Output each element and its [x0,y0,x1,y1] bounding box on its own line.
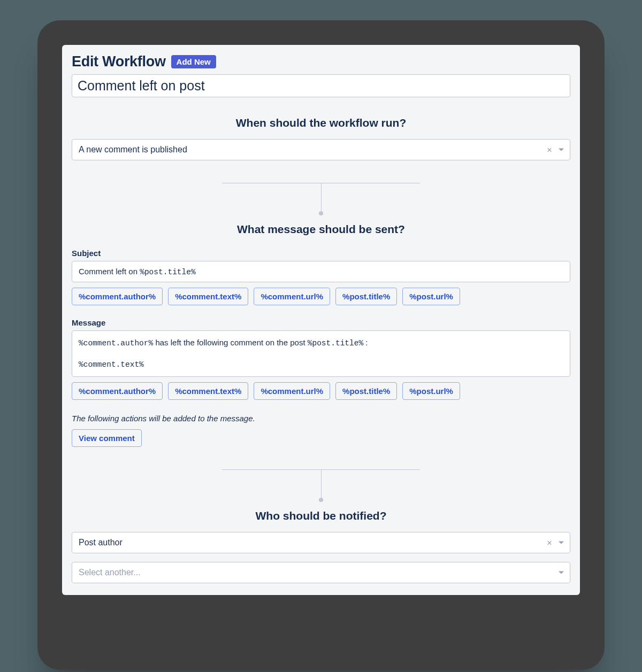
connector-2 [72,469,570,502]
subject-token-chips: %comment.author% %comment.text% %comment… [72,288,570,305]
outer-card: Edit Workflow Add New When should the wo… [37,20,605,670]
clear-recipient-icon[interactable]: × [545,537,554,549]
connector-line-2 [321,470,322,498]
connector-dot-2 [319,498,323,502]
token-chip-post-url[interactable]: %post.url% [402,288,460,305]
chevron-down-icon[interactable] [559,149,564,151]
token-chip-post-title-2[interactable]: %post.title% [335,382,397,400]
token-chip-comment-author[interactable]: %comment.author% [72,288,163,305]
recipient-select[interactable]: Post author [72,532,570,553]
token-chip-comment-url-2[interactable]: %comment.url% [254,382,330,400]
who-section-title: Who should be notified? [72,509,570,522]
message-token-chips: %comment.author% %comment.text% %comment… [72,382,570,400]
when-section-title: When should the workflow run? [72,117,570,129]
subject-block: Subject Comment left on %post.title% %co… [72,249,570,305]
page-title: Edit Workflow [72,53,166,70]
add-recipient-select-row: Select another... [72,562,570,583]
trigger-select-controls: × [545,144,566,156]
token-chip-comment-url[interactable]: %comment.url% [254,288,330,305]
chevron-down-icon-3[interactable] [559,571,564,574]
clear-trigger-icon[interactable]: × [545,144,554,156]
chevron-down-icon-2[interactable] [559,542,564,544]
token-chip-comment-text[interactable]: %comment.text% [168,288,248,305]
add-recipient-select[interactable]: Select another... [72,562,570,583]
connector-dot [319,211,323,215]
msg-token-text: %comment.text% [79,360,563,370]
msg-token-title: %post.title% [308,339,363,347]
token-chip-comment-author-2[interactable]: %comment.author% [72,382,163,400]
connector [72,183,570,215]
recipient-select-row: Post author × [72,532,570,553]
message-section-title: What message should be sent? [72,223,570,236]
add-new-badge[interactable]: Add New [171,55,216,68]
recipient-select-controls: × [545,537,566,549]
add-recipient-controls [556,571,566,574]
actions-note: The following actions will be added to t… [72,414,570,423]
subject-token: %post.title% [140,268,195,276]
msg-token-author: %comment.author% [79,339,153,347]
message-line-1: %comment.author% has left the following … [79,337,563,349]
token-chip-comment-text-2[interactable]: %comment.text% [168,382,248,400]
msg-text-tail: : [363,338,368,347]
subject-input[interactable]: Comment left on %post.title% [72,261,570,282]
view-comment-action[interactable]: View comment [72,429,142,447]
header-row: Edit Workflow Add New [72,53,570,70]
message-label: Message [72,318,570,327]
msg-text-mid: has left the following comment on the po… [153,338,308,347]
workflow-name-input[interactable] [72,74,570,97]
token-chip-post-url-2[interactable]: %post.url% [402,382,460,400]
subject-label: Subject [72,249,570,258]
workflow-panel: Edit Workflow Add New When should the wo… [62,45,580,595]
trigger-select-row: A new comment is published × [72,139,570,160]
connector-line [321,183,322,211]
token-chip-post-title[interactable]: %post.title% [335,288,397,305]
trigger-select[interactable]: A new comment is published [72,139,570,160]
message-input[interactable]: %comment.author% has left the following … [72,330,570,377]
subject-text-prefix: Comment left on [79,267,140,276]
message-block: Message %comment.author% has left the fo… [72,318,570,400]
